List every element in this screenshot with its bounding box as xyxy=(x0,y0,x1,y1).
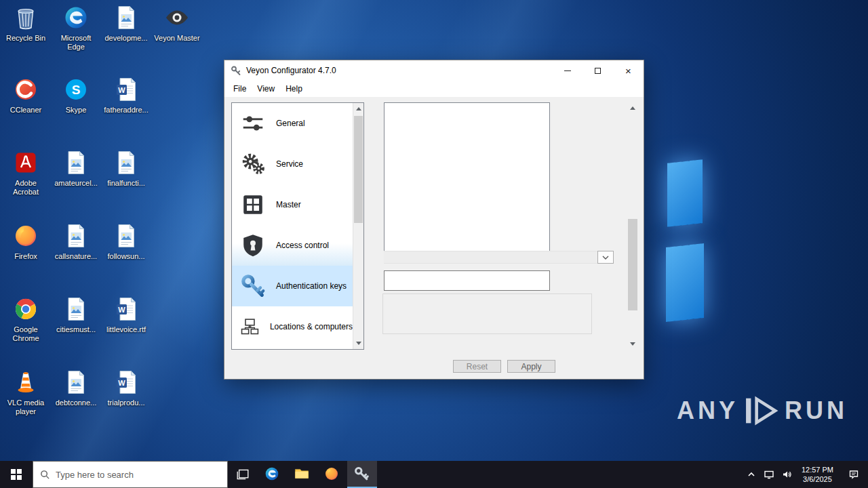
doc-icon xyxy=(113,149,140,176)
desktop-icon-microsoft-edge[interactable]: Microsoft Edge xyxy=(51,4,101,52)
text-field[interactable] xyxy=(384,270,550,291)
sidebar-items: GeneralServiceMasterAccess controlAuthen… xyxy=(232,103,353,349)
doc-icon xyxy=(62,149,90,176)
task-view-button[interactable] xyxy=(228,461,258,488)
acrobat-icon xyxy=(12,149,39,176)
group-box xyxy=(382,293,592,334)
taskbar: 12:57 PM 3/6/2025 xyxy=(0,461,868,488)
scrollbar-track[interactable] xyxy=(627,114,638,338)
dropdown-button[interactable] xyxy=(597,251,614,264)
desktop-icon-label: amateurcel... xyxy=(54,179,98,188)
sidebar-item-label: Authentication keys xyxy=(276,281,347,291)
doc-icon xyxy=(62,222,90,249)
desktop-icons: Recycle BinMicrosoft Edgedevelopme...Vey… xyxy=(0,0,217,461)
apply-button[interactable]: Apply xyxy=(507,360,555,373)
taskbar-clock[interactable]: 12:57 PM 3/6/2025 xyxy=(795,461,840,488)
desktop-icon-label: fatheraddre... xyxy=(104,106,148,115)
sidebar-item-locations-computers[interactable]: Locations & computers xyxy=(232,306,353,347)
desktop-icon-trialprodu[interactable]: Wtrialprodu... xyxy=(101,369,151,407)
sidebar-item-label: General xyxy=(276,119,305,128)
titlebar[interactable]: Veyon Configurator 4.7.0 × xyxy=(224,60,644,81)
settings-category-list[interactable]: GeneralServiceMasterAccess controlAuthen… xyxy=(231,102,364,350)
veyon-app-icon xyxy=(231,65,241,76)
action-center-button[interactable] xyxy=(840,461,868,488)
sidebar-item-authentication-keys[interactable]: Authentication keys xyxy=(232,266,353,306)
desktop-icon-firefox[interactable]: Firefox xyxy=(1,222,51,261)
search-icon xyxy=(40,470,50,480)
desktop-icon-label: CCleaner xyxy=(10,106,41,115)
sidebar-item-access-control[interactable]: Access control xyxy=(232,225,353,266)
desktop-icon-veyon-master[interactable]: Veyon Master xyxy=(152,4,202,43)
svg-text:W: W xyxy=(118,86,125,94)
volume-tray-button[interactable] xyxy=(778,461,795,488)
menu-help[interactable]: Help xyxy=(280,82,308,96)
desktop-icon-recycle-bin[interactable]: Recycle Bin xyxy=(1,4,51,43)
sidebar-item-service[interactable]: Service xyxy=(232,144,353,184)
display-tray-button[interactable] xyxy=(760,461,778,488)
veyon-configurator-window: Veyon Configurator 4.7.0 × FileViewHelp … xyxy=(224,60,644,380)
scrollbar-track[interactable] xyxy=(353,115,363,338)
desktop-icon-adobe-acrobat[interactable]: Adobe Acrobat xyxy=(1,149,51,197)
hidden-icons-chevron[interactable] xyxy=(743,461,760,488)
desktop-icon-label: callsnature... xyxy=(55,252,97,261)
firefox-icon xyxy=(323,466,341,483)
key-list-box[interactable] xyxy=(384,102,550,251)
desktop-icon-google-chrome[interactable]: Google Chrome xyxy=(1,296,51,343)
menu-file[interactable]: File xyxy=(228,82,252,96)
word-icon: W xyxy=(113,296,140,323)
veyon-eye-icon xyxy=(163,4,191,31)
desktop-icon-label: VLC media player xyxy=(1,399,50,416)
menu-view[interactable]: View xyxy=(252,82,280,96)
sidebar-item-label: Service xyxy=(276,159,303,169)
desktop-icon-label: Firefox xyxy=(14,252,37,261)
doc-icon xyxy=(113,222,140,249)
panel-scrollbar[interactable] xyxy=(627,102,638,350)
sidebar-item-general[interactable]: General xyxy=(232,103,353,144)
desktop-icon-label: finalfuncti... xyxy=(107,179,145,188)
wallpaper-window-logo-pane xyxy=(667,159,703,226)
taskbar-app-veyon-key[interactable] xyxy=(347,461,377,488)
taskbar-app-firefox[interactable] xyxy=(317,461,347,488)
sidebar-item-master[interactable]: Master xyxy=(232,184,353,225)
anyrun-watermark: ANY RUN xyxy=(677,396,848,426)
desktop-icon-fatheraddre[interactable]: Wfatheraddre... xyxy=(101,76,151,115)
scrollbar-thumb[interactable] xyxy=(628,219,637,310)
wallpaper-window-logo-pane xyxy=(666,243,704,322)
desktop-icon-citiesmust[interactable]: citiesmust... xyxy=(51,296,101,334)
desktop-icon-amateurcel[interactable]: amateurcel... xyxy=(51,149,101,188)
scrollbar-up-arrow[interactable] xyxy=(627,102,638,114)
scrollbar-thumb[interactable] xyxy=(354,116,363,223)
chevron-up-icon xyxy=(746,469,757,480)
desktop-icon-callsnature[interactable]: callsnature... xyxy=(51,222,101,261)
search-input[interactable] xyxy=(56,470,220,480)
reset-button[interactable]: Reset xyxy=(453,360,501,373)
window-controls: × xyxy=(552,60,644,81)
desktop-icon-debtconne[interactable]: debtconne... xyxy=(51,369,101,407)
veyon-key-icon xyxy=(353,466,371,483)
desktop-icon-developme[interactable]: developme... xyxy=(101,4,151,43)
desktop-icon-label: littlevoice.rtf xyxy=(106,325,146,334)
desktop-icon-label: citiesmust... xyxy=(56,325,96,334)
start-button[interactable] xyxy=(0,461,33,488)
scrollbar-up-arrow[interactable] xyxy=(353,103,363,115)
taskbar-app-edge[interactable] xyxy=(258,461,288,488)
scrollbar-down-arrow[interactable] xyxy=(627,338,638,350)
sidebar-scrollbar[interactable] xyxy=(353,103,363,349)
scrollbar-down-arrow[interactable] xyxy=(353,338,363,349)
clock-time: 12:57 PM xyxy=(802,465,833,474)
desktop-icon-label: Recycle Bin xyxy=(6,34,45,43)
close-button[interactable]: × xyxy=(613,60,644,81)
taskbar-search[interactable] xyxy=(33,461,228,488)
desktop-icon-skype[interactable]: SSkype xyxy=(51,76,101,115)
desktop-icon-ccleaner[interactable]: CCleaner xyxy=(1,76,51,115)
minimize-button[interactable] xyxy=(552,60,583,81)
maximize-button[interactable] xyxy=(583,60,613,81)
taskbar-app-explorer[interactable] xyxy=(288,461,317,488)
desktop-icon-finalfuncti[interactable]: finalfuncti... xyxy=(101,149,151,188)
desktop-icon-label: Adobe Acrobat xyxy=(1,179,50,197)
sliders-icon xyxy=(240,110,266,136)
desktop-icon-followsun[interactable]: followsun... xyxy=(101,222,151,261)
desktop-icon-littlevoice-rtf[interactable]: Wlittlevoice.rtf xyxy=(101,296,151,334)
desktop-icon-vlc-media-player[interactable]: VLC media player xyxy=(1,369,51,416)
sidebar-item-label: Locations & computers xyxy=(270,322,353,331)
